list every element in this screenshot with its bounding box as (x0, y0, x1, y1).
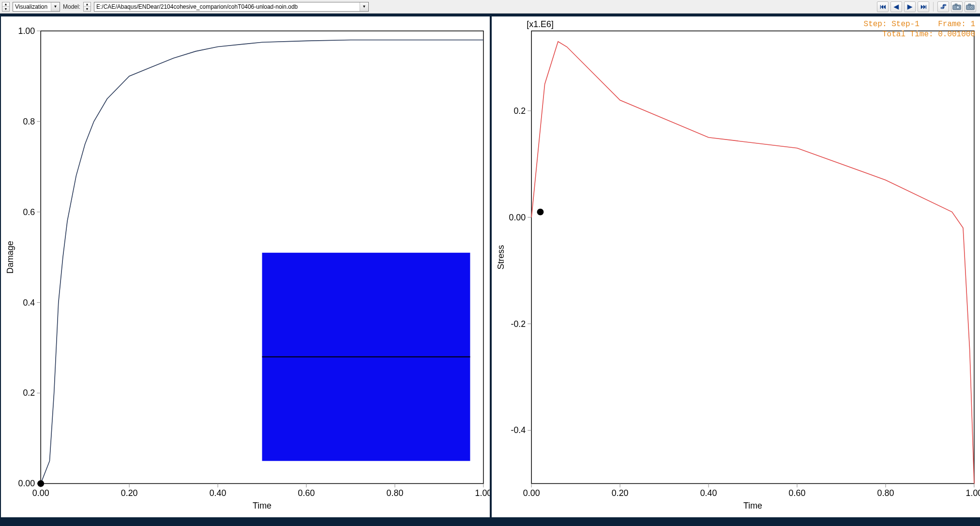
module-stepper[interactable]: ▲ ▼ (2, 2, 10, 12)
skip-start-icon: ⏮ (880, 3, 886, 10)
svg-rect-4 (968, 4, 971, 5)
chevron-down-icon[interactable]: ▼ (51, 2, 60, 11)
svg-text:-0.2: -0.2 (511, 319, 526, 329)
animation-controls: ⏮ ◀ ▶ ⏭ 🖇 (877, 0, 976, 13)
svg-text:0.00: 0.00 (523, 488, 540, 498)
first-frame-button[interactable]: ⏮ (877, 1, 889, 12)
step-forward-icon: ▶ (907, 3, 912, 10)
step-back-icon: ◀ (894, 3, 899, 10)
damage-plot-svg: 0.000.200.400.600.801.000.000.20.40.60.8… (1, 16, 490, 517)
viewport-area: 0.000.200.400.600.801.000.000.20.40.60.8… (0, 14, 980, 526)
module-combo[interactable]: Visualization ▼ (13, 2, 60, 12)
svg-text:0.00: 0.00 (509, 213, 526, 222)
camera-icon (952, 3, 961, 10)
stepper-up-icon[interactable]: ▲ (2, 2, 9, 7)
svg-text:Time: Time (743, 501, 762, 511)
print-button-2[interactable] (965, 1, 976, 12)
svg-text:0.40: 0.40 (210, 488, 226, 498)
svg-text:Stress: Stress (496, 245, 505, 270)
stress-plot-svg: 0.000.200.400.600.801.00-0.4-0.20.000.2T… (492, 16, 980, 517)
svg-rect-37 (531, 31, 974, 484)
svg-text:1.00: 1.00 (18, 26, 35, 36)
print-button-1[interactable] (951, 1, 963, 12)
svg-text:0.00: 0.00 (32, 488, 49, 498)
model-stepper[interactable]: ▲ ▼ (83, 2, 91, 12)
toolbar-divider (933, 2, 934, 12)
skip-end-icon: ⏭ (920, 3, 927, 10)
stepper-up-icon[interactable]: ▲ (84, 2, 90, 7)
svg-text:0.2: 0.2 (513, 106, 526, 116)
svg-text:[x1.E6]: [x1.E6] (527, 19, 554, 29)
previous-frame-button[interactable]: ◀ (890, 1, 902, 12)
svg-text:Damage: Damage (5, 241, 15, 274)
model-label: Model: (63, 3, 80, 10)
svg-text:0.20: 0.20 (121, 488, 138, 498)
svg-text:0.80: 0.80 (387, 488, 404, 498)
svg-point-61 (537, 209, 543, 216)
svg-text:0.4: 0.4 (23, 298, 35, 308)
model-path-combo[interactable]: E:/CAE/Abaqus/ENDear/2104cohesive_compar… (94, 2, 369, 12)
chevron-down-icon[interactable]: ▼ (360, 2, 368, 11)
stepper-down-icon[interactable]: ▼ (84, 7, 90, 11)
svg-text:Time: Time (253, 501, 271, 511)
next-frame-button[interactable]: ▶ (904, 1, 916, 12)
svg-text:0.2: 0.2 (23, 388, 35, 398)
svg-text:1.00: 1.00 (475, 488, 489, 498)
svg-text:0.60: 0.60 (298, 488, 315, 498)
svg-text:0.80: 0.80 (877, 488, 894, 498)
svg-point-6 (971, 7, 972, 8)
damage-plot[interactable]: 0.000.200.400.600.801.000.000.20.40.60.8… (1, 16, 490, 517)
link-viewports-button[interactable]: 🖇 (937, 1, 949, 12)
svg-text:1.00: 1.00 (965, 488, 980, 498)
link-icon: 🖇 (940, 3, 947, 10)
svg-text:0.20: 0.20 (611, 488, 628, 498)
svg-point-36 (37, 480, 44, 487)
svg-text:0.60: 0.60 (788, 488, 805, 498)
svg-text:0.8: 0.8 (23, 117, 35, 126)
svg-text:0.00: 0.00 (18, 479, 35, 488)
svg-text:-0.4: -0.4 (511, 425, 526, 435)
stepper-down-icon[interactable]: ▼ (2, 7, 9, 11)
context-toolbar: ▲ ▼ Visualization ▼ Model: ▲ ▼ E:/CAE/Ab… (0, 0, 980, 14)
last-frame-button[interactable]: ⏭ (918, 1, 929, 12)
model-path-value: E:/CAE/Abaqus/ENDear/2104cohesive_compar… (94, 3, 360, 10)
svg-text:0.6: 0.6 (23, 207, 35, 217)
svg-point-2 (956, 6, 959, 9)
svg-rect-1 (955, 4, 957, 5)
camera-icon (966, 3, 975, 10)
module-combo-value: Visualization (13, 3, 51, 10)
svg-text:0.40: 0.40 (700, 488, 717, 498)
stress-plot[interactable]: Step: Step-1 Frame: 1 Total Time: 0.0010… (492, 16, 980, 517)
